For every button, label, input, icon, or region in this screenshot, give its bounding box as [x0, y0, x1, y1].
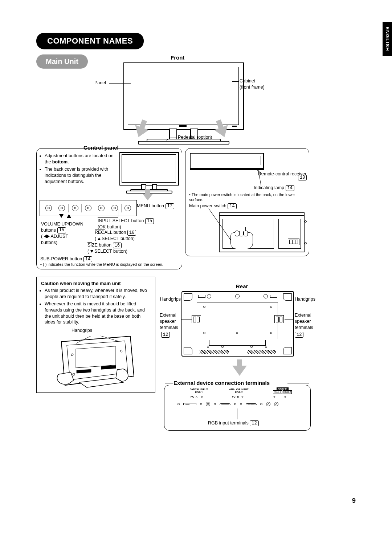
- ref-menu: 17: [166, 203, 174, 209]
- rear-panel-drawing: [181, 291, 294, 357]
- note-adj-loc: Adjustment buttons are located on the bo…: [45, 153, 114, 164]
- dvi-port-icon: [183, 403, 196, 406]
- label-recall: RECALL button 16 ( SELECT button): [95, 229, 136, 242]
- label-cabinet-line2: (front frame): [240, 85, 265, 90]
- input-select-button-icon: [111, 205, 118, 211]
- button-row: [40, 200, 137, 216]
- control-panel-tv: [119, 152, 177, 192]
- ref-subpower: 14: [83, 256, 92, 262]
- vga-port-1-icon: [220, 403, 230, 405]
- vol-arrow-icons: [59, 212, 71, 219]
- terminals-box: DIGITAL INPUTRGB 1 ANALOG INPUTRGB 2 AUD…: [164, 385, 311, 431]
- label-rgb-input: RGB input terminals 12: [208, 420, 259, 426]
- label-main-power-switch: Main power switch 14: [189, 203, 237, 209]
- label-menu: MENU button 17: [137, 203, 174, 209]
- caution-iso-drawing: [50, 334, 141, 389]
- recall-button-icon: [98, 205, 105, 211]
- paren-note: ( ) indicates the function while the MEN…: [43, 262, 163, 267]
- ref-recall: 16: [127, 230, 136, 236]
- size-button-icon: [85, 205, 91, 211]
- page: COMPONENT NAMES Main Unit Front Panel Ca…: [36, 33, 356, 505]
- vga-port-2-icon: [246, 403, 257, 405]
- label-size: SIZE button 16 ( SELECT button): [87, 242, 127, 255]
- ref-input-select: 15: [145, 218, 154, 224]
- label-ext-spk-left: External speaker terminals: [160, 312, 181, 331]
- label-cabinet-line1: Cabinet: [240, 78, 255, 84]
- label-volume: VOLUME UP/DOWN buttons 15 ( ADJUSTbutton…: [41, 221, 88, 246]
- caution-box: Caution when moving the main unit As thi…: [36, 277, 155, 393]
- page-title: COMPONENT NAMES: [36, 33, 144, 49]
- label-subpower: SUB-POWER button 14: [40, 256, 92, 262]
- label-input-select: INPUT SELECT button 15 (OK button): [98, 218, 154, 230]
- control-panel-box: Adjustment buttons are located on the bo…: [36, 148, 182, 269]
- ref-size: 16: [113, 243, 122, 248]
- label-handgrips-right: Handgrips: [295, 296, 315, 302]
- caution-item-1: As this product is heavy, whenever it is…: [45, 288, 151, 300]
- label-cabinet: Cabinet (front frame): [240, 78, 265, 90]
- heading-front: Front: [171, 54, 184, 61]
- ref-volume: 15: [57, 227, 66, 233]
- note-back-cover: The back cover is provided with indicati…: [45, 167, 108, 184]
- page-number: 9: [352, 497, 356, 505]
- sub-power-button-icon: [45, 205, 52, 211]
- main-power-note: The main power switch is located at the …: [189, 192, 295, 202]
- label-input-select-sub: (OK button): [98, 224, 121, 229]
- caution-handgrips-label: Handgrips: [72, 328, 151, 334]
- tv-corner-closeup: [190, 153, 264, 173]
- label-indicating-lamp: Indicating lamp 14: [254, 185, 294, 191]
- lbl-audio-in: AUDIO IN RGB 1RGB 2: [270, 387, 295, 394]
- ref-remote-receiver: 10: [298, 175, 307, 180]
- heading-rear: Rear: [236, 283, 248, 289]
- label-panel: Panel: [94, 80, 106, 86]
- audio-jack-2-icon: [274, 402, 278, 406]
- ref-ext-spk-left: 12: [161, 332, 170, 338]
- iso-drawing-svg: [50, 334, 141, 389]
- lbl-pc-a: PC -A: [191, 395, 197, 398]
- language-tab-label: ENGLISH: [385, 27, 390, 51]
- audio-jack-1-icon: [266, 402, 270, 406]
- lbl-pc-b: PC -B: [232, 395, 239, 398]
- caution-item-2: Whenever the unit is moved it should be …: [45, 301, 151, 326]
- lbl-digital-input: DIGITAL INPUTRGB 1: [186, 388, 212, 394]
- right-indicator-box: Remote-control receiver 10 Indicating la…: [185, 148, 309, 256]
- label-pedestal: Pedestal (option): [178, 134, 212, 141]
- ref-ext-spk-right: 12: [295, 332, 303, 338]
- ps2-port-icon: [206, 402, 210, 406]
- rear-corner-drawing: [219, 212, 305, 252]
- vol-down-button-icon: [58, 205, 65, 211]
- control-panel-notes: Adjustment buttons are located on the bo…: [41, 153, 117, 186]
- label-ext-spk-right: External speaker terminals: [295, 312, 320, 331]
- caution-title: Caution when moving the main unit: [41, 281, 151, 286]
- section-main-unit: Main Unit: [36, 54, 88, 69]
- ref-rgb-input: 12: [250, 420, 258, 426]
- ref-main-power-switch: 14: [228, 203, 236, 209]
- svg-rect-5: [76, 346, 116, 368]
- ref-indicating-lamp: 14: [286, 185, 294, 191]
- language-tab: ENGLISH: [383, 22, 392, 56]
- connector-row: [177, 400, 297, 408]
- label-handgrips-left: Handgrips: [160, 296, 181, 302]
- lbl-analog-input: ANALOG INPUTRGB 2: [226, 388, 252, 394]
- vol-up-button-icon: [72, 205, 78, 211]
